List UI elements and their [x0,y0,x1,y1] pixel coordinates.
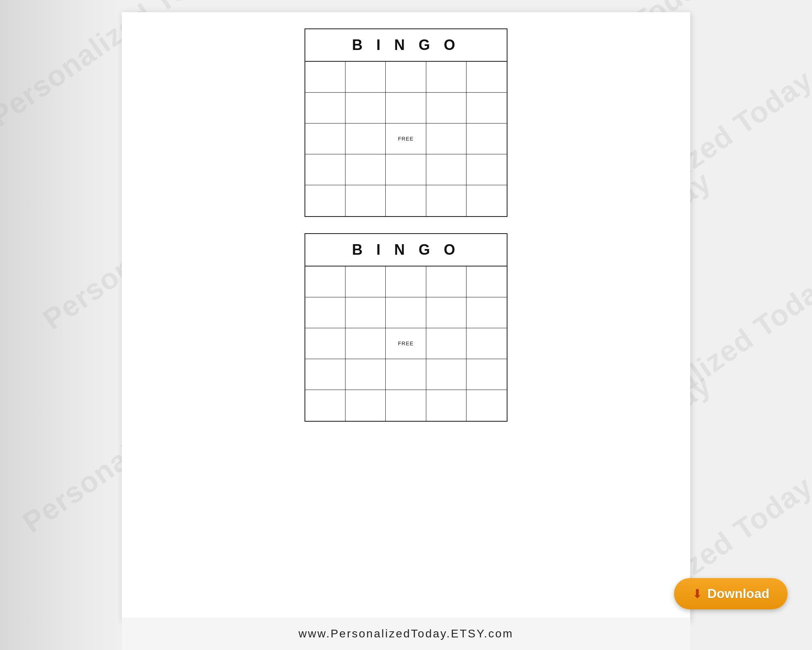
b2-cell-5-2 [346,390,386,421]
b2-cell-2-2 [346,297,386,328]
cell-4-3 [386,154,426,185]
b2-cell-2-1 [305,297,346,328]
main-page: B I N G O FREE [122,12,690,622]
cell-3-2 [346,124,386,154]
cell-4-1 [305,154,346,185]
b2-cell-2-4 [426,297,466,328]
cell-5-2 [346,185,386,216]
b2-cell-2-5 [466,297,507,328]
cell-3-1 [305,124,346,154]
b2-cell-3-5 [466,328,507,359]
cell-5-4 [426,185,466,216]
cell-5-1 [305,185,346,216]
cell-4-2 [346,154,386,185]
b2-cell-1-3 [386,266,426,297]
b2-cell-4-2 [346,359,386,390]
cell-5-3 [386,185,426,216]
download-label: Download [707,586,769,601]
b2-cell-3-2 [346,328,386,359]
b2-cell-1-2 [346,266,386,297]
bingo-grid-2: FREE [305,266,507,421]
b2-cell-3-4 [426,328,466,359]
b2-cell-4-4 [426,359,466,390]
b2-cell-1-4 [426,266,466,297]
b2-cell-1-5 [466,266,507,297]
download-icon: ⬇ [692,588,702,600]
website-url: www.PersonalizedToday.ETSY.com [298,627,513,640]
cell-3-5 [466,124,507,154]
cell-3-4 [426,124,466,154]
cell-2-5 [466,93,507,124]
bingo-title-1: B I N G O [305,29,507,62]
cell-4-5 [466,154,507,185]
cell-3-3-free: FREE [386,124,426,154]
b2-cell-5-1 [305,390,346,421]
b2-cell-4-1 [305,359,346,390]
cell-2-2 [346,93,386,124]
cell-1-5 [466,62,507,93]
cell-1-1 [305,62,346,93]
left-shadow-panel [0,0,122,650]
bottom-bar: www.PersonalizedToday.ETSY.com [122,618,690,650]
cell-4-4 [426,154,466,185]
bingo-title-2: B I N G O [305,234,507,266]
b2-cell-5-4 [426,390,466,421]
cell-2-3 [386,93,426,124]
b2-cell-1-1 [305,266,346,297]
download-button[interactable]: ⬇ Download [674,578,788,609]
b2-cell-3-1 [305,328,346,359]
cell-2-1 [305,93,346,124]
b2-cell-4-3 [386,359,426,390]
bingo-grid-1: FREE [305,62,507,216]
cell-1-2 [346,62,386,93]
bingo-card-1: B I N G O FREE [304,28,508,217]
b2-cell-5-5 [466,390,507,421]
b2-cell-2-3 [386,297,426,328]
cell-2-4 [426,93,466,124]
b2-cell-5-3 [386,390,426,421]
cell-1-4 [426,62,466,93]
cell-1-3 [386,62,426,93]
bingo-card-2: B I N G O FREE [304,233,508,422]
cell-5-5 [466,185,507,216]
b2-cell-3-3-free: FREE [386,328,426,359]
b2-cell-4-5 [466,359,507,390]
